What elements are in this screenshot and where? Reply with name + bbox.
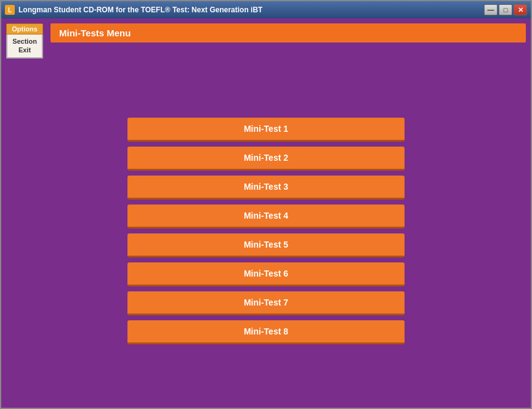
- mini-test-button-5[interactable]: Mini-Test 5: [127, 233, 405, 257]
- mini-test-button-3[interactable]: Mini-Test 3: [127, 176, 405, 200]
- options-label: Options: [6, 23, 43, 34]
- buttons-area: Mini-Test 1Mini-Test 2Mini-Test 3Mini-Te…: [6, 46, 526, 403]
- menu-title: Mini-Tests Menu: [50, 23, 526, 43]
- mini-test-button-2[interactable]: Mini-Test 2: [127, 147, 405, 171]
- minimize-button[interactable]: —: [484, 4, 498, 15]
- title-bar-left: L Longman Student CD-ROM for the TOEFL® …: [5, 5, 262, 15]
- title-bar: L Longman Student CD-ROM for the TOEFL® …: [1, 1, 531, 18]
- options-panel: Options Section Exit: [6, 23, 43, 59]
- maximize-button[interactable]: □: [499, 4, 512, 15]
- mini-test-button-8[interactable]: Mini-Test 8: [127, 320, 405, 344]
- close-button[interactable]: ✕: [514, 4, 527, 15]
- mini-tests-list: Mini-Test 1Mini-Test 2Mini-Test 3Mini-Te…: [127, 118, 405, 344]
- mini-test-button-6[interactable]: Mini-Test 6: [127, 262, 405, 286]
- main-window: L Longman Student CD-ROM for the TOEFL® …: [0, 0, 532, 409]
- app-icon: L: [5, 5, 15, 15]
- mini-test-button-1[interactable]: Mini-Test 1: [127, 118, 405, 142]
- section-exit-button[interactable]: Section Exit: [6, 34, 43, 59]
- mini-test-button-7[interactable]: Mini-Test 7: [127, 291, 405, 315]
- window-title: Longman Student CD-ROM for the TOEFL® Te…: [18, 6, 262, 14]
- window-controls: — □ ✕: [484, 4, 527, 15]
- mini-test-button-4[interactable]: Mini-Test 4: [127, 204, 405, 229]
- app-content: Options Section Exit Mini-Tests Menu Min…: [1, 18, 531, 408]
